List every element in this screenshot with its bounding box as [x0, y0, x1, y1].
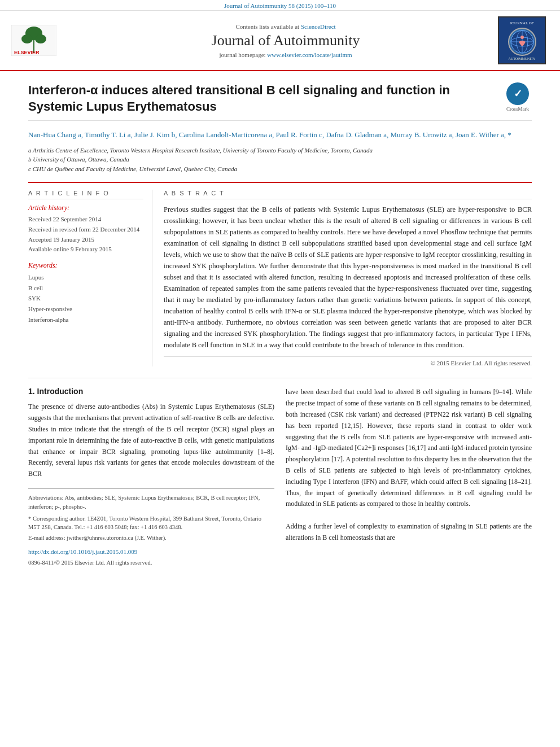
autoimmunity-logo-section: JOURNAL OF AUTOIMMUNITY: [498, 16, 549, 64]
corresponding-note: * Corresponding author. 1E4Z01, Toronto …: [28, 514, 274, 532]
homepage-link[interactable]: www.elsevier.com/locate/jautimm: [267, 51, 352, 58]
copyright-line: © 2015 Elsevier Ltd. All rights reserved…: [164, 356, 532, 366]
affiliation-c: c CHU de Québec and Faculty of Medicine,…: [28, 164, 532, 174]
journal-header-center: Contents lists available at ScienceDirec…: [79, 23, 492, 58]
elsevier-tree-icon: ELSEVIER: [11, 25, 56, 56]
keyword-syk: SYK: [28, 293, 143, 304]
autoimmunity-logo-top: JOURNAL OF: [510, 21, 533, 25]
introduction-left-text: The presence of diverse auto-antibodies …: [28, 401, 274, 480]
two-col-section: A R T I C L E I N F O Article history: R…: [28, 182, 532, 366]
right-paragraph-2: Adding a further level of complexity to …: [286, 521, 532, 544]
section-number: 1.: [28, 387, 35, 396]
doi-line[interactable]: http://dx.doi.org/10.1016/j.jaut.2015.01…: [28, 547, 274, 557]
introduction-left-col: 1. Introduction The presence of diverse …: [28, 387, 274, 567]
affiliations: a Arthritis Centre of Excellence, Toront…: [28, 146, 532, 174]
intro-left-paragraph: The presence of diverse auto-antibodies …: [28, 403, 274, 478]
autoimmunity-globe-icon: [508, 28, 536, 56]
svg-text:ELSEVIER: ELSEVIER: [14, 50, 40, 55]
homepage-text: journal homepage:: [219, 51, 265, 58]
sciencedirect-line: Contents lists available at ScienceDirec…: [79, 23, 492, 30]
article-content: Interferon-α induces altered transitiona…: [0, 71, 560, 579]
journal-homepage-line: journal homepage: www.elsevier.com/locat…: [79, 51, 492, 58]
right-paragraph-1: have been described that could lead to a…: [286, 387, 532, 510]
history-label: Article history:: [28, 204, 143, 212]
article-history: Article history: Received 22 September 2…: [28, 204, 143, 254]
received-1: Received 22 September 2014: [28, 215, 143, 225]
article-info-header: A R T I C L E I N F O: [28, 190, 143, 199]
elsevier-logo-section: ELSEVIER: [11, 25, 73, 56]
authors-section: Nan-Hua Chang a, Timothy T. Li a, Julie …: [28, 129, 532, 173]
journal-top-bar: Journal of Autoimmunity 58 (2015) 100–11…: [0, 0, 560, 11]
abstract-text: Previous studies suggest that the B cell…: [164, 204, 532, 351]
autoimmunity-logo-bottom: AUTOIMMUNITY: [509, 57, 536, 60]
keyword-hyper: Hyper-responsive: [28, 304, 143, 314]
sciencedirect-link[interactable]: ScienceDirect: [301, 23, 336, 30]
crossmark-icon: ✓: [506, 82, 529, 105]
svg-text:✓: ✓: [514, 88, 522, 99]
crossmark-badge[interactable]: ✓ CrossMark: [504, 82, 532, 112]
svg-point-3: [21, 34, 33, 43]
keywords-section: Keywords: Lupus B cell SYK Hyper-respons…: [28, 261, 143, 325]
abstract-col: A B S T R A C T Previous studies suggest…: [164, 190, 532, 366]
accepted: Accepted 19 January 2015: [28, 235, 143, 245]
journal-header: ELSEVIER Contents lists available at Sci…: [0, 11, 560, 71]
affiliation-b: b University of Ottawa, Ottawa, Canada: [28, 155, 532, 164]
svg-point-11: [520, 36, 524, 39]
keyword-bcell: B cell: [28, 283, 143, 294]
introduction-right-text: have been described that could lead to a…: [286, 387, 532, 543]
crossmark-text: CrossMark: [506, 106, 529, 112]
section-label: Introduction: [37, 387, 84, 396]
keywords-label: Keywords:: [28, 261, 143, 270]
svg-point-4: [35, 34, 46, 43]
keyword-lupus: Lupus: [28, 272, 143, 283]
email-text: E-mail address: jwither@uhnres.utoronto.…: [28, 535, 167, 541]
elsevier-logo: ELSEVIER: [11, 25, 73, 56]
main-body: 1. Introduction The presence of diverse …: [28, 378, 532, 567]
journal-citation: Journal of Autoimmunity 58 (2015) 100–11…: [224, 2, 336, 9]
affiliation-a: a Arthritis Centre of Excellence, Toront…: [28, 146, 532, 155]
journal-title: Journal of Autoimmunity: [79, 32, 492, 49]
article-title-text: Interferon-α induces altered transitiona…: [28, 82, 495, 115]
introduction-right-col: have been described that could lead to a…: [286, 387, 532, 567]
author-names: Nan-Hua Chang a, Timothy T. Li a, Julie …: [28, 129, 532, 141]
abbreviations-note: Abbreviations: Abs, antibodies; SLE, Sys…: [28, 493, 274, 512]
article-title: Interferon-α induces altered transitiona…: [28, 82, 495, 115]
footnotes-section: Abbreviations: Abs, antibodies; SLE, Sys…: [28, 488, 274, 567]
autoimmunity-logo: JOURNAL OF AUTOIMMUNITY: [498, 16, 546, 64]
introduction-title: 1. Introduction: [28, 387, 274, 396]
email-note: E-mail address: jwither@uhnres.utoronto.…: [28, 534, 274, 543]
received-revised: Received in revised form 22 December 201…: [28, 225, 143, 235]
available-online: Available online 9 February 2015: [28, 244, 143, 255]
article-info-col: A R T I C L E I N F O Article history: R…: [28, 190, 152, 366]
keyword-ifn: Interferon-alpha: [28, 314, 143, 325]
article-title-section: Interferon-α induces altered transitiona…: [28, 82, 532, 121]
doi-text: http://dx.doi.org/10.1016/j.jaut.2015.01…: [28, 548, 137, 555]
abstract-header: A B S T R A C T: [164, 190, 532, 199]
footer-bar: 0896-8411/© 2015 Elsevier Ltd. All right…: [28, 558, 274, 567]
sciencedirect-text: Contents lists available at: [235, 23, 299, 30]
